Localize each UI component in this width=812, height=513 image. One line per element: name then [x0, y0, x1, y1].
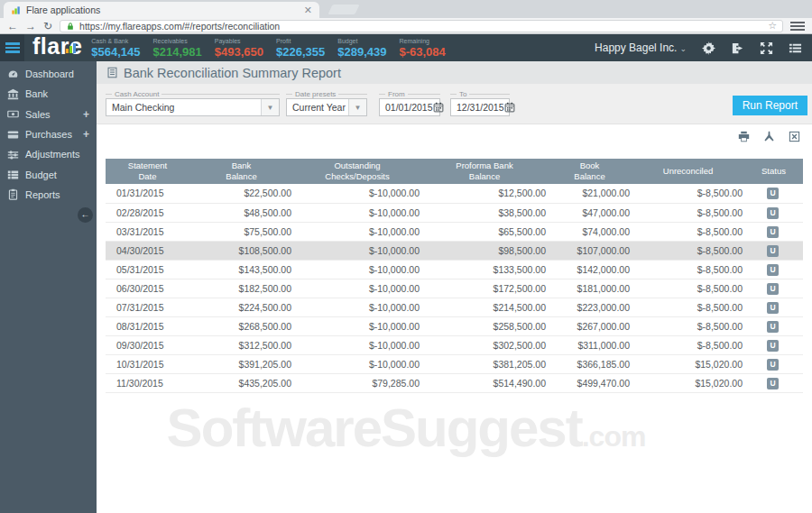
- status-badge[interactable]: U: [767, 378, 779, 389]
- from-date-group: From 01/01/2015: [379, 89, 440, 116]
- status-badge[interactable]: U: [767, 226, 779, 238]
- cell-date: 03/31/2015: [106, 222, 189, 241]
- run-report-button[interactable]: Run Report: [733, 96, 807, 115]
- table-row[interactable]: 07/31/2015$224,500.00$-10,000.00$214,500…: [106, 298, 803, 316]
- table-row[interactable]: 08/31/2015$268,500.00$-10,000.00$258,500…: [106, 316, 803, 335]
- calendar-icon[interactable]: [504, 102, 515, 113]
- header-stat: Receivables$214,981: [153, 38, 202, 59]
- cash-account-value: Main Checking: [106, 102, 261, 113]
- status-badge[interactable]: U: [767, 207, 779, 219]
- sidebar-item-adjustments[interactable]: Adjustments: [0, 144, 97, 164]
- cell-status: U: [744, 298, 803, 316]
- company-name: Happy Bagel Inc.: [595, 41, 677, 54]
- cell-proforma: $133,500.00: [421, 260, 548, 279]
- cell-proforma: $172,500.00: [421, 279, 548, 298]
- cell-outstanding: $-10,000.00: [293, 335, 421, 354]
- from-date-input[interactable]: 01/01/2015: [379, 98, 440, 116]
- adjustments-icon: [7, 149, 19, 160]
- to-date-input[interactable]: 12/31/2015: [450, 98, 510, 116]
- status-badge[interactable]: U: [767, 245, 779, 257]
- table-row[interactable]: 01/31/2015$22,500.00$-10,000.00$12,500.0…: [106, 184, 803, 203]
- cell-unreconciled: $15,020.00: [632, 373, 744, 392]
- cell-status: U: [744, 335, 803, 354]
- hamburger-menu-icon[interactable]: [0, 34, 24, 61]
- status-badge[interactable]: U: [767, 321, 779, 333]
- header-stat: Payables$493,650: [215, 38, 263, 59]
- cell-unreconciled: $-8,500.00: [632, 222, 744, 241]
- table-row[interactable]: 03/31/2015$75,500.00$-10,000.00$65,500.0…: [106, 222, 803, 241]
- company-dropdown[interactable]: Happy Bagel Inc.⌄: [595, 41, 687, 54]
- gear-icon[interactable]: [702, 41, 715, 55]
- main-content: Bank Reconciliation Summary Report Cash …: [97, 61, 812, 513]
- sidebar-item-budget[interactable]: Budget: [0, 164, 97, 184]
- stat-value: $564,145: [91, 45, 140, 59]
- browser-url-bar: ← → ↻ https://my.flareapps.com/#/reports…: [0, 18, 812, 34]
- table-row[interactable]: 11/30/2015$435,205.00$79,285.00$514,490.…: [106, 373, 803, 392]
- cash-account-select[interactable]: Main Checking ▼: [106, 98, 280, 116]
- cell-proforma: $514,490.00: [421, 373, 548, 392]
- address-field[interactable]: https://my.flareapps.com/#/reports/recon…: [60, 20, 783, 32]
- sidebar-item-bank[interactable]: Bank: [0, 84, 97, 104]
- cell-date: 09/30/2015: [106, 335, 189, 354]
- cell-bank_balance: $312,500.00: [189, 335, 293, 354]
- list-toggle-icon[interactable]: [789, 41, 802, 55]
- status-badge[interactable]: U: [767, 302, 779, 314]
- cell-book: $223,000.00: [548, 298, 632, 316]
- cell-date: 05/31/2015: [106, 260, 189, 279]
- table-row[interactable]: 06/30/2015$182,500.00$-10,000.00$172,500…: [106, 279, 803, 298]
- to-date-label: To: [450, 89, 510, 98]
- new-tab-button[interactable]: [328, 5, 359, 14]
- header-stat: Profit$226,355: [276, 38, 325, 59]
- sidebar-item-reports[interactable]: Reports: [0, 185, 97, 205]
- pdf-icon[interactable]: [763, 131, 775, 142]
- tab-close-icon[interactable]: ✕: [304, 5, 312, 15]
- excel-icon[interactable]: [789, 131, 800, 142]
- table-row[interactable]: 05/31/2015$143,500.00$-10,000.00$133,500…: [106, 260, 803, 279]
- cell-outstanding: $-10,000.00: [293, 222, 421, 241]
- reload-icon[interactable]: ↻: [43, 21, 52, 32]
- cell-proforma: $98,500.00: [421, 241, 548, 260]
- cell-bank_balance: $108,500.00: [189, 241, 293, 260]
- table-row[interactable]: 04/30/2015$108,500.00$-10,000.00$98,500.…: [106, 241, 803, 260]
- cell-date: 10/31/2015: [106, 354, 189, 373]
- bookmark-star-icon[interactable]: ☆: [768, 21, 777, 31]
- cell-status: U: [744, 222, 803, 241]
- sidebar-item-sales[interactable]: Sales+: [0, 105, 97, 124]
- status-badge[interactable]: U: [767, 359, 779, 371]
- status-badge[interactable]: U: [767, 283, 779, 295]
- sign-out-icon[interactable]: [731, 41, 744, 55]
- app-header: flare Cash & Bank$564,145Receivables$214…: [0, 34, 812, 61]
- table-row[interactable]: 10/31/2015$391,205.00$-10,000.00$381,205…: [106, 354, 803, 373]
- export-toolbar: [738, 131, 800, 142]
- back-icon[interactable]: ←: [7, 21, 18, 32]
- sidebar-item-purchases[interactable]: Purchases+: [0, 124, 97, 144]
- cell-outstanding: $-10,000.00: [293, 260, 421, 279]
- calendar-icon[interactable]: [433, 102, 444, 113]
- forward-icon[interactable]: →: [25, 21, 36, 32]
- sidebar-collapse-button[interactable]: ←: [78, 207, 93, 223]
- browser-menu-icon[interactable]: [790, 22, 805, 31]
- cash-account-label: Cash Account: [106, 89, 280, 98]
- cell-book: $142,000.00: [548, 260, 632, 279]
- stat-value: $493,650: [215, 45, 263, 59]
- to-date-value: 12/31/2015: [451, 102, 504, 113]
- table-row[interactable]: 09/30/2015$312,500.00$-10,000.00$302,500…: [106, 335, 803, 354]
- expand-plus-icon[interactable]: +: [83, 128, 89, 141]
- budget-icon: [7, 169, 19, 180]
- status-badge[interactable]: U: [767, 264, 779, 276]
- status-badge[interactable]: U: [767, 188, 779, 199]
- sidebar-item-dashboard[interactable]: Dashboard: [0, 64, 97, 84]
- status-badge[interactable]: U: [767, 340, 779, 352]
- cell-date: 11/30/2015: [106, 373, 189, 392]
- cell-unreconciled: $-8,500.00: [632, 298, 744, 316]
- reports-icon: [7, 188, 19, 200]
- print-icon[interactable]: [738, 131, 750, 142]
- date-presets-select[interactable]: Current Year ▼: [286, 98, 367, 116]
- expand-plus-icon[interactable]: +: [83, 108, 89, 121]
- fullscreen-icon[interactable]: [760, 41, 773, 55]
- column-header-line: Bank: [189, 160, 293, 171]
- browser-tab[interactable]: Flare applications ✕: [4, 2, 319, 18]
- column-header: Proforma BankBalance: [421, 159, 548, 184]
- bank-icon: [7, 88, 19, 100]
- table-row[interactable]: 02/28/2015$48,500.00$-10,000.00$38,500.0…: [106, 203, 803, 222]
